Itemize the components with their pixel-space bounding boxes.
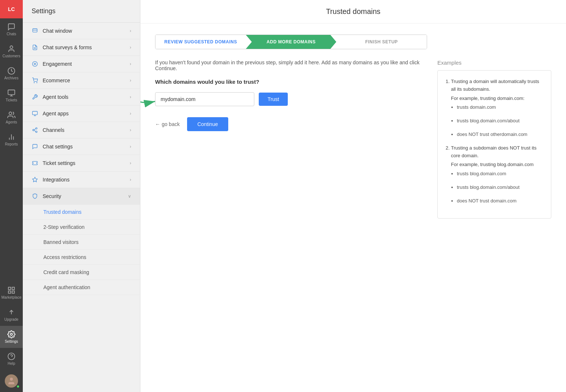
sub-item-trusted-domains[interactable]: Trusted domains	[23, 205, 140, 220]
svg-marker-32	[32, 177, 37, 182]
nav-item-marketplace[interactable]: Marketplace	[0, 282, 23, 304]
main-header: Trusted domains	[140, 0, 566, 24]
svg-point-23	[34, 63, 36, 65]
engagement-icon	[32, 61, 38, 67]
agent-tools-icon	[32, 94, 38, 100]
ticket-settings-icon	[32, 160, 38, 166]
step-1-label: Review suggested domains	[164, 39, 237, 44]
sidebar-item-surveys[interactable]: Chat surveys & forms ›	[23, 39, 140, 56]
svg-rect-10	[12, 287, 14, 289]
nav-item-upgrade[interactable]: Upgrade	[0, 304, 23, 326]
content-right: Examples Trusting a domain will automati…	[437, 60, 551, 219]
user-avatar-container[interactable]	[0, 370, 23, 392]
example-2-bullet-2: trusts blog.domain.com/about	[457, 184, 544, 191]
sidebar-item-label-integrations: Integrations	[43, 177, 69, 183]
chevron-right-icon: ›	[130, 127, 131, 133]
sidebar-item-label-ticket-settings: Ticket settings	[43, 160, 75, 166]
sidebar-item-channels[interactable]: Channels ›	[23, 122, 140, 139]
step-add-more[interactable]: Add more domains	[246, 35, 336, 49]
svg-point-28	[33, 129, 34, 131]
sidebar-item-chat-window[interactable]: Chat window ›	[23, 23, 140, 39]
ecommerce-icon	[32, 78, 38, 83]
step-review-suggested[interactable]: Review suggested domains	[155, 35, 246, 49]
nav-item-reports[interactable]: Reports	[0, 129, 23, 151]
nav-label-settings: Settings	[5, 339, 18, 344]
nav-item-chats[interactable]: Chats	[0, 18, 23, 40]
sidebar-item-integrations[interactable]: Integrations ›	[23, 172, 140, 188]
main-content: Trusted domains Review suggested domains…	[140, 0, 566, 392]
nav-item-help[interactable]: Help	[0, 348, 23, 370]
nav-label-chats: Chats	[7, 32, 16, 36]
nav-label-tickets: Tickets	[6, 98, 17, 102]
example-2-bullet-3: does NOT trust domain.com	[457, 197, 544, 205]
svg-rect-26	[32, 111, 37, 115]
svg-point-27	[36, 127, 37, 129]
step-2-label: Add more domains	[266, 39, 315, 44]
nav-item-tickets[interactable]: Tickets	[0, 84, 23, 107]
sidebar-item-engagement[interactable]: Engagement ›	[23, 56, 140, 72]
sidebar-item-security[interactable]: Security ∨	[23, 188, 140, 205]
continue-button[interactable]: Continue	[187, 117, 228, 131]
example-2-bullet-1: trusts blog.domain.com	[457, 170, 544, 178]
example-1-text: Trusting a domain will automatically tru…	[451, 79, 539, 92]
chevron-right-icon: ›	[130, 45, 131, 50]
svg-line-31	[34, 129, 36, 130]
chevron-right-icon: ›	[130, 94, 131, 100]
chevron-down-icon: ∨	[128, 194, 131, 199]
chevron-right-icon: ›	[130, 111, 131, 116]
nav-items: Chats Customers Archives Tickets Agents …	[0, 18, 23, 282]
chevron-right-icon: ›	[130, 161, 131, 166]
nav-label-archives: Archives	[4, 76, 18, 80]
surveys-icon	[32, 44, 38, 50]
sub-item-banned-visitors[interactable]: Banned visitors	[23, 235, 140, 250]
chevron-right-icon: ›	[130, 61, 131, 66]
nav-label-marketplace: Marketplace	[1, 295, 21, 299]
nav-label-upgrade: Upgrade	[4, 317, 18, 321]
nav-bar: LC Chats Customers Archives Tickets Agen…	[0, 0, 23, 392]
nav-item-archives[interactable]: Archives	[0, 62, 23, 84]
domain-input[interactable]	[155, 92, 254, 106]
nav-item-settings[interactable]: Settings	[0, 326, 23, 348]
sidebar-item-agent-tools[interactable]: Agent tools ›	[23, 89, 140, 105]
chat-window-icon	[32, 28, 38, 34]
content-layout: If you haven't found your domain in the …	[155, 60, 551, 219]
example-1-for-example: For example, trusting domain.com:	[451, 95, 544, 103]
nav-item-agents[interactable]: Agents	[0, 107, 23, 129]
sidebar-item-ticket-settings[interactable]: Ticket settings ›	[23, 155, 140, 172]
trust-button[interactable]: Trust	[259, 93, 288, 106]
sidebar-item-chat-settings[interactable]: Chat settings ›	[23, 139, 140, 155]
page-title: Trusted domains	[155, 7, 551, 16]
step-finish-setup[interactable]: Finish setup	[336, 35, 427, 49]
example-1-bullet-3: does NOT trust otherdomain.com	[457, 131, 544, 139]
sidebar-item-label-security: Security	[43, 193, 61, 199]
domain-input-area: Trust	[155, 92, 423, 106]
svg-point-5	[9, 112, 12, 115]
agent-apps-icon	[32, 111, 38, 116]
nav-item-customers[interactable]: Customers	[0, 40, 23, 62]
svg-rect-9	[8, 287, 11, 289]
sub-item-access-restrictions[interactable]: Access restrictions	[23, 250, 140, 265]
examples-title: Examples	[437, 60, 551, 66]
sub-item-credit-card-masking[interactable]: Credit card masking	[23, 265, 140, 280]
main-body: Review suggested domains Add more domain…	[140, 24, 566, 392]
sub-item-2step[interactable]: 2-Step verification	[23, 220, 140, 235]
sidebar-item-label-channels: Channels	[43, 127, 64, 133]
content-left: If you haven't found your domain in the …	[155, 60, 423, 219]
nav-label-reports: Reports	[5, 142, 18, 146]
sub-item-agent-authentication[interactable]: Agent authentication	[23, 280, 140, 295]
security-sub-items: Trusted domains 2-Step verification Bann…	[23, 205, 140, 295]
sidebar-item-ecommerce[interactable]: Ecommerce ›	[23, 72, 140, 89]
example-2-text: Trusting a subdomain does NOT trust its …	[451, 145, 537, 158]
svg-point-0	[10, 46, 12, 48]
setup-stepper: Review suggested domains Add more domain…	[155, 35, 427, 49]
go-back-link[interactable]: ← go back	[155, 121, 180, 127]
svg-point-24	[34, 82, 34, 83]
svg-rect-11	[12, 291, 14, 293]
description-text: If you haven't found your domain in the …	[155, 60, 423, 71]
app-logo: LC	[0, 0, 23, 18]
step-3-label: Finish setup	[365, 39, 398, 44]
sidebar-item-agent-apps[interactable]: Agent apps ›	[23, 105, 140, 122]
svg-line-30	[34, 130, 36, 132]
example-1-bullet-1: trusts domain.com	[457, 104, 544, 111]
svg-rect-18	[33, 29, 37, 32]
